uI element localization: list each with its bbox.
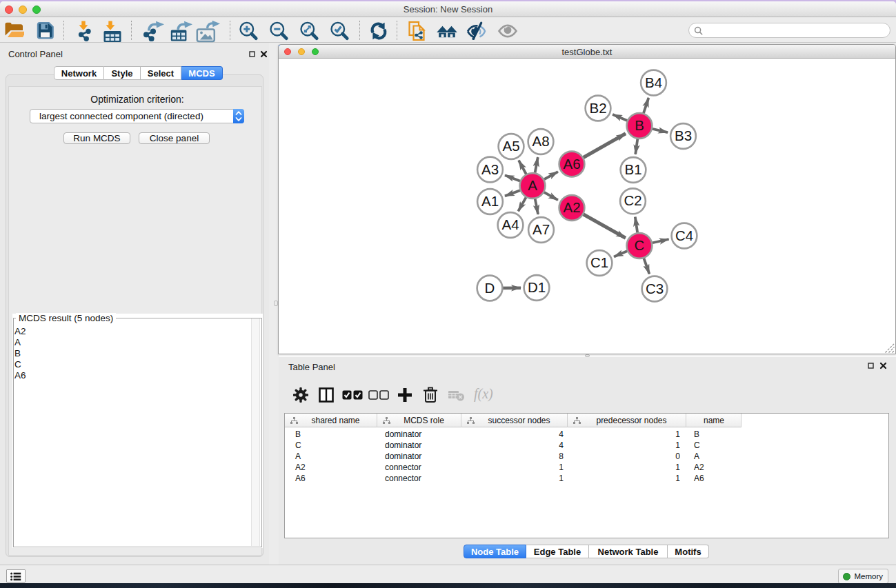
svg-text:C3: C3 [646, 281, 664, 296]
svg-text:A3: A3 [481, 161, 499, 177]
svg-text:B3: B3 [675, 128, 692, 143]
svg-text:A5: A5 [502, 138, 519, 154]
svg-text:B1: B1 [624, 161, 641, 177]
svg-text:C1: C1 [590, 254, 608, 270]
svg-text:C4: C4 [675, 227, 693, 243]
svg-text:C: C [635, 237, 645, 253]
svg-text:A1: A1 [481, 193, 499, 209]
svg-text:C2: C2 [624, 192, 641, 208]
svg-text:B: B [635, 117, 644, 133]
svg-text:B2: B2 [589, 100, 606, 116]
svg-text:D1: D1 [528, 279, 546, 295]
svg-text:A4: A4 [501, 216, 519, 232]
svg-text:A2: A2 [563, 199, 580, 215]
svg-text:A7: A7 [532, 221, 550, 237]
svg-text:B4: B4 [645, 74, 662, 90]
svg-text:D: D [485, 280, 495, 296]
svg-text:A: A [528, 177, 537, 193]
svg-text:A6: A6 [563, 156, 580, 172]
svg-text:A8: A8 [532, 133, 549, 149]
